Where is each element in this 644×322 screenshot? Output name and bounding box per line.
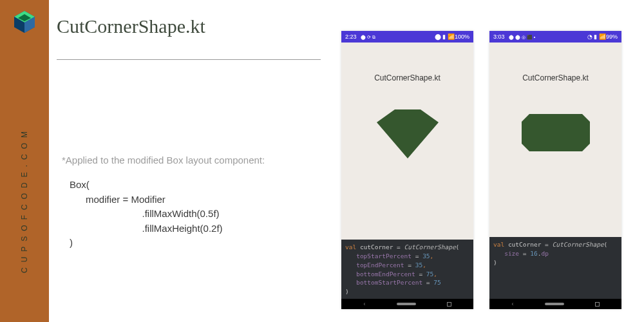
phone-code-block: val cutCorner = CutCornerShape( size = 1…	[489, 237, 621, 299]
phone-mock-diamond: 2:23 ⬤ ⟳ ⧉ ⬤ ▮ 📶100% CutCornerShape.kt v…	[341, 31, 473, 309]
status-bar: 2:23 ⬤ ⟳ ⧉ ⬤ ▮ 📶100%	[341, 31, 473, 43]
phone-mock-octagon: 3:03 ⬤ ⬤ ◎ ⬛ • ◔ ▮ 📶99% CutCornerShape.k…	[489, 31, 621, 309]
shape-preview	[489, 94, 621, 171]
note-text: *Applied to the modified Box layout comp…	[62, 155, 265, 166]
phone-heading: CutCornerShape.kt	[489, 73, 621, 82]
recents-icon[interactable]	[447, 302, 451, 307]
status-left-icons: ⬤ ⟳ ⧉	[361, 35, 375, 39]
recents-icon[interactable]	[595, 302, 600, 307]
svg-marker-6	[522, 114, 590, 151]
status-bar: 3:03 ⬤ ⬤ ◎ ⬛ • ◔ ▮ 📶99%	[489, 31, 621, 43]
phone-heading: CutCornerShape.kt	[341, 73, 473, 82]
home-icon[interactable]	[397, 303, 416, 305]
home-icon[interactable]	[545, 303, 564, 305]
status-time: 2:23	[345, 33, 357, 40]
sidebar-site-text: CUPSOFCODE.COM	[20, 126, 29, 273]
status-left-icons: ⬤ ⬤ ◎ ⬛ •	[509, 35, 535, 39]
status-right-icons: ⬤ ▮ 📶100%	[435, 33, 469, 40]
back-icon[interactable]: ‹	[512, 301, 514, 307]
page-title: CutCornerShape.kt	[57, 15, 205, 37]
box-code-snippet: Box( modifier = Modifier .fillMaxWidth(0…	[70, 178, 223, 251]
cut-corner-octagon-icon	[520, 110, 591, 155]
svg-marker-5	[377, 109, 439, 158]
android-navbar: ‹	[341, 299, 473, 309]
cut-corner-diamond-icon	[375, 104, 440, 161]
status-time: 3:03	[493, 33, 505, 40]
shape-preview	[341, 94, 473, 171]
compose-logo-icon	[9, 6, 40, 37]
sidebar: CUPSOFCODE.COM	[0, 0, 49, 322]
divider	[57, 59, 321, 60]
phone-code-block: val cutCorner = CutCornerShape( topStart…	[341, 240, 473, 299]
android-navbar: ‹	[489, 299, 621, 309]
back-icon[interactable]: ‹	[364, 301, 366, 307]
status-right-icons: ◔ ▮ 📶99%	[587, 33, 618, 40]
